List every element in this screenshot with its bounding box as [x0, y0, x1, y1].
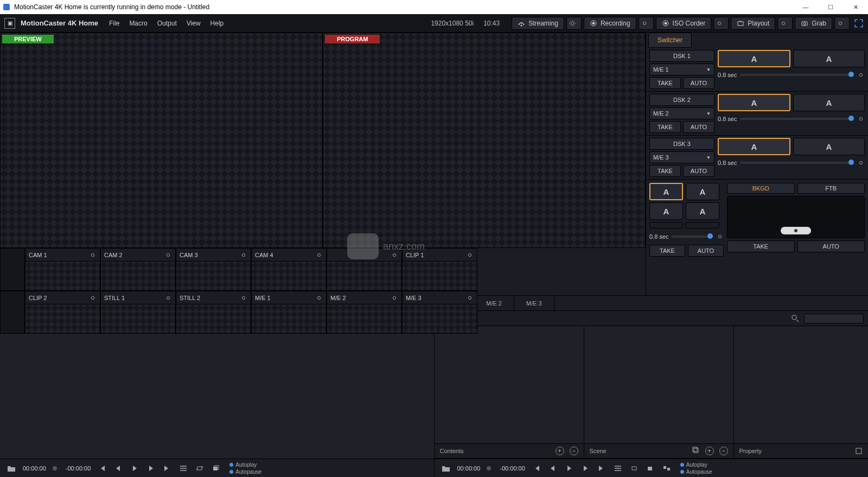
t-bar-handle[interactable]	[781, 227, 811, 234]
stack-icon[interactable]	[643, 463, 658, 474]
streaming-button[interactable]: Streaming	[512, 17, 564, 30]
gear-icon[interactable]	[857, 159, 865, 167]
last-button[interactable]	[595, 463, 609, 474]
bus-a-button[interactable]: A	[686, 183, 719, 200]
isocorder-settings-button[interactable]	[713, 17, 729, 30]
playout-button[interactable]: Playout	[731, 17, 775, 30]
gear-icon[interactable]	[164, 294, 172, 302]
source-still2[interactable]: STILL 2	[176, 291, 251, 334]
folder-icon[interactable]	[4, 463, 18, 474]
property-area[interactable]	[734, 326, 869, 443]
auto-button[interactable]: AUTO	[688, 245, 724, 257]
gear-icon[interactable]	[466, 294, 474, 302]
minimize-button[interactable]: —	[793, 0, 818, 14]
tab-me3[interactable]: M/E 3	[514, 296, 554, 311]
bus-a-button[interactable]: A	[649, 183, 683, 200]
gear-icon[interactable]	[857, 115, 865, 123]
fullscreen-icon[interactable]	[854, 18, 864, 28]
gear-icon[interactable]	[315, 294, 323, 302]
bus-a-button[interactable]: A	[649, 202, 683, 220]
close-button[interactable]: ✕	[843, 0, 868, 14]
gear-icon[interactable]	[716, 233, 724, 240]
loop-icon[interactable]	[627, 463, 641, 474]
list-icon[interactable]	[611, 463, 625, 474]
me-right-area[interactable]	[584, 326, 733, 443]
source-clip2[interactable]: CLIP 2	[25, 291, 100, 334]
gear-icon[interactable]	[466, 251, 474, 259]
grab-settings-button[interactable]	[834, 17, 850, 30]
dsk-a-button[interactable]: A	[793, 138, 865, 155]
streaming-settings-button[interactable]	[566, 17, 582, 30]
add-button[interactable]: +	[705, 447, 714, 455]
take-button[interactable]: TAKE	[727, 240, 795, 252]
progress-dot[interactable]	[53, 466, 57, 470]
program-monitor[interactable]: PROGRAM	[323, 33, 646, 248]
dsk-take-button[interactable]: TAKE	[649, 165, 681, 177]
maximize-button[interactable]: ☐	[818, 0, 843, 14]
search-input[interactable]	[804, 314, 864, 323]
source-cam2[interactable]: CAM 2	[100, 248, 176, 291]
dsk-slider[interactable]	[740, 74, 854, 76]
clip-content-area[interactable]	[0, 326, 434, 459]
source-cam3[interactable]: CAM 3	[176, 248, 251, 291]
add-button[interactable]: +	[556, 447, 564, 455]
me-left-area[interactable]	[435, 326, 584, 443]
gear-icon[interactable]	[391, 294, 398, 302]
autoplay-indicator[interactable]	[229, 463, 233, 467]
layers-icon[interactable]	[660, 463, 674, 474]
recording-settings-button[interactable]	[639, 17, 654, 30]
bkgd-label[interactable]: BKGD	[727, 183, 795, 194]
source-me1[interactable]: M/E 1	[251, 291, 327, 334]
menu-macro[interactable]: Macro	[129, 20, 147, 27]
folder-icon[interactable]	[439, 463, 453, 474]
dsk-me-select[interactable]: M/E 1▼	[649, 63, 714, 75]
dsk-auto-button[interactable]: AUTO	[683, 165, 714, 177]
menu-help[interactable]: Help	[210, 20, 224, 27]
first-button[interactable]	[529, 463, 544, 474]
playout-settings-button[interactable]	[777, 17, 793, 30]
dsk-take-button[interactable]: TAKE	[649, 121, 681, 133]
prev-button[interactable]	[111, 463, 125, 474]
dsk-slider[interactable]	[740, 118, 854, 120]
source-cam4[interactable]: CAM 4	[251, 248, 327, 291]
gear-icon[interactable]	[315, 251, 323, 259]
gear-icon[interactable]	[164, 251, 172, 259]
dsk-a-button[interactable]: A	[793, 94, 865, 111]
list-icon[interactable]	[176, 463, 190, 474]
dsk-slider[interactable]	[740, 162, 854, 164]
ftb-label[interactable]: FTB	[797, 183, 865, 194]
dsk-auto-button[interactable]: AUTO	[683, 121, 714, 133]
source-me3[interactable]: M/E 3	[402, 291, 477, 334]
recording-button[interactable]: Recording	[584, 17, 636, 30]
remove-button[interactable]: −	[719, 447, 728, 455]
gear-icon[interactable]	[240, 294, 247, 302]
bus-a-button[interactable]: A	[686, 202, 719, 220]
isocorder-button[interactable]: ISO Corder	[656, 17, 712, 30]
menu-file[interactable]: File	[109, 20, 119, 27]
gear-icon[interactable]	[240, 251, 247, 259]
transition-slider[interactable]	[672, 236, 713, 238]
last-button[interactable]	[160, 463, 174, 474]
save-icon[interactable]	[855, 447, 863, 455]
menu-output[interactable]: Output	[157, 20, 177, 27]
dsk-a-button-active[interactable]: A	[718, 94, 790, 111]
dsk-a-button[interactable]: A	[793, 50, 865, 67]
gear-icon[interactable]	[857, 71, 865, 79]
play-button[interactable]	[562, 463, 576, 474]
copy-icon[interactable]	[692, 447, 700, 454]
progress-dot[interactable]	[487, 466, 491, 470]
prev-button[interactable]	[546, 463, 560, 474]
auto-button[interactable]: AUTO	[797, 240, 865, 252]
next-button[interactable]	[578, 463, 592, 474]
source-cam1[interactable]: CAM 1	[25, 248, 100, 291]
preview-monitor[interactable]: PREVIEW	[0, 33, 323, 248]
source-clip1[interactable]: CLIP 1	[402, 248, 477, 291]
loop-icon[interactable]	[193, 463, 207, 474]
t-bar[interactable]	[727, 196, 865, 238]
dsk-me-select[interactable]: M/E 3▼	[649, 151, 714, 163]
next-button[interactable]	[144, 463, 158, 474]
stack-icon[interactable]	[209, 463, 223, 474]
gear-icon[interactable]	[391, 251, 398, 259]
remove-button[interactable]: −	[570, 447, 578, 455]
first-button[interactable]	[95, 463, 109, 474]
